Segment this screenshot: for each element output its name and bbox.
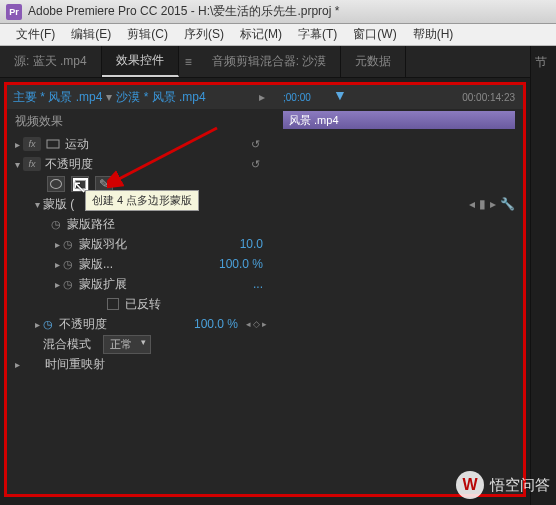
motion-label: 运动 xyxy=(65,136,251,153)
track-forward-icon[interactable]: ▸ xyxy=(490,197,496,211)
add-keyframe-icon[interactable]: ◇ xyxy=(253,319,260,329)
motion-effect-row[interactable]: ▸ fx 运动 ↺ xyxy=(7,134,275,154)
track-backward-icon[interactable]: ◂ xyxy=(469,197,475,211)
menu-marker[interactable]: 标记(M) xyxy=(232,24,290,45)
stopwatch-icon[interactable]: ◷ xyxy=(63,258,75,270)
mask-inverted-row[interactable]: 已反转 xyxy=(7,294,275,314)
right-panel-strip: 节 xyxy=(530,46,556,505)
track-frame-icon[interactable]: ▮ xyxy=(479,197,486,211)
ellipse-mask-button[interactable] xyxy=(47,176,65,192)
timeline-clip-bar[interactable]: 风景 .mp4 xyxy=(283,111,515,129)
fx-badge[interactable]: fx xyxy=(23,137,41,151)
mask-opacity-value[interactable]: 100.0 % xyxy=(219,257,263,271)
menu-help[interactable]: 帮助(H) xyxy=(405,24,462,45)
mask-path-label: 蒙版路径 xyxy=(67,216,271,233)
time-remap-label: 时间重映射 xyxy=(45,356,271,373)
watermark: W 悟空问答 xyxy=(456,471,550,499)
collapse-arrow-icon[interactable]: ▾ xyxy=(11,159,23,170)
clip-header: 主要 * 风景 .mp4 ▾ 沙漠 * 风景 .mp4 ▸ xyxy=(7,85,275,109)
opacity-effect-row[interactable]: ▾ fx 不透明度 ↺ xyxy=(7,154,275,174)
chevron-right-icon[interactable]: ▸ xyxy=(255,90,269,104)
stopwatch-icon[interactable]: ◷ xyxy=(63,278,75,290)
inverted-label: 已反转 xyxy=(125,296,271,313)
inverted-checkbox[interactable] xyxy=(107,298,119,310)
opacity-value[interactable]: 100.0 % xyxy=(194,317,238,331)
tab-metadata[interactable]: 元数据 xyxy=(341,46,406,77)
mask-feather-label: 蒙版羽化 xyxy=(79,236,240,253)
collapse-arrow-icon[interactable]: ▾ xyxy=(31,199,43,210)
chevron-down-icon[interactable]: ▾ xyxy=(102,90,116,104)
menu-window[interactable]: 窗口(W) xyxy=(345,24,404,45)
expand-arrow-icon[interactable]: ▸ xyxy=(11,139,23,150)
opacity-label: 不透明度 xyxy=(45,156,251,173)
effect-controls-panel: 主要 * 风景 .mp4 ▾ 沙漠 * 风景 .mp4 ▸ 视频效果 ▸ fx … xyxy=(7,85,275,494)
window-title: Adobe Premiere Pro CC 2015 - H:\爱生活的乐先生.… xyxy=(28,3,339,20)
tooltip: 创建 4 点多边形蒙版 xyxy=(85,190,199,211)
video-effects-label: 视频效果 xyxy=(7,109,275,134)
svg-rect-0 xyxy=(47,140,59,148)
app-icon: Pr xyxy=(6,4,22,20)
titlebar: Pr Adobe Premiere Pro CC 2015 - H:\爱生活的乐… xyxy=(0,0,556,24)
menu-title[interactable]: 字幕(T) xyxy=(290,24,345,45)
blend-mode-row[interactable]: 混合模式 正常 xyxy=(7,334,275,354)
sequence-clip-link[interactable]: 沙漠 * 风景 .mp4 xyxy=(116,89,205,106)
menu-clip[interactable]: 剪辑(C) xyxy=(119,24,176,45)
mask-expansion-label: 蒙版扩展 xyxy=(79,276,253,293)
panel-tabs: 源: 蓝天 .mp4 效果控件 ≡ 音频剪辑混合器: 沙漠 元数据 xyxy=(0,46,530,78)
wrench-icon[interactable]: 🔧 xyxy=(500,197,515,211)
next-keyframe-icon[interactable]: ▸ xyxy=(262,319,267,329)
prev-keyframe-icon[interactable]: ◂ xyxy=(246,319,251,329)
right-tab[interactable]: 节 xyxy=(531,46,556,79)
tab-audio-mixer[interactable]: 音频剪辑混合器: 沙漠 xyxy=(198,46,342,77)
stopwatch-icon[interactable]: ◷ xyxy=(51,218,63,230)
blend-mode-dropdown[interactable]: 正常 xyxy=(103,335,151,354)
time-end-label: 00:00:14:23 xyxy=(462,92,515,103)
motion-icon xyxy=(45,137,61,151)
opacity-property-row[interactable]: ▸ ◷ 不透明度 100.0 % ◂ ◇ ▸ xyxy=(7,314,275,334)
playhead-caret-icon[interactable]: ▼ xyxy=(333,87,347,103)
mask-expansion-value[interactable]: ... xyxy=(253,277,263,291)
mask-expansion-row[interactable]: ▸ ◷ 蒙版扩展 ... xyxy=(7,274,275,294)
keyframe-nav: ◂ ◇ ▸ xyxy=(246,319,267,329)
reset-icon[interactable]: ↺ xyxy=(251,158,267,171)
tab-source[interactable]: 源: 蓝天 .mp4 xyxy=(0,46,102,77)
menu-sequence[interactable]: 序列(S) xyxy=(176,24,232,45)
reset-icon[interactable]: ↺ xyxy=(251,138,267,151)
time-remap-row[interactable]: ▸ fx 时间重映射 xyxy=(7,354,275,374)
menu-edit[interactable]: 编辑(E) xyxy=(63,24,119,45)
mask-opacity-label: 蒙版... xyxy=(79,256,219,273)
expand-arrow-icon[interactable]: ▸ xyxy=(51,259,63,270)
expand-arrow-icon[interactable]: ▸ xyxy=(11,359,23,370)
expand-arrow-icon[interactable]: ▸ xyxy=(51,279,63,290)
watermark-logo-icon: W xyxy=(456,471,484,499)
mask-opacity-row[interactable]: ▸ ◷ 蒙版... 100.0 % xyxy=(7,254,275,274)
expand-arrow-icon[interactable]: ▸ xyxy=(51,239,63,250)
time-ruler[interactable]: ▼ ;00:00 00:00:14:23 xyxy=(275,85,523,109)
blend-mode-label: 混合模式 xyxy=(43,336,103,353)
tab-effect-controls[interactable]: 效果控件 xyxy=(102,46,179,77)
menubar: 文件(F) 编辑(E) 剪辑(C) 序列(S) 标记(M) 字幕(T) 窗口(W… xyxy=(0,24,556,46)
stopwatch-active-icon[interactable]: ◷ xyxy=(43,318,55,330)
mask-track-tools: ◂ ▮ ▸ 🔧 xyxy=(469,197,515,211)
menu-file[interactable]: 文件(F) xyxy=(8,24,63,45)
mask-path-row[interactable]: ◷ 蒙版路径 xyxy=(7,214,275,234)
panel-menu-icon[interactable]: ≡ xyxy=(179,46,198,77)
mask-feather-row[interactable]: ▸ ◷ 蒙版羽化 10.0 xyxy=(7,234,275,254)
mask-feather-value[interactable]: 10.0 xyxy=(240,237,263,251)
time-start-label: ;00:00 xyxy=(283,92,311,103)
watermark-text: 悟空问答 xyxy=(490,476,550,495)
expand-arrow-icon[interactable]: ▸ xyxy=(31,319,43,330)
effect-timeline: ▼ ;00:00 00:00:14:23 风景 .mp4 ◂ ▮ ▸ 🔧 xyxy=(275,85,523,494)
opacity-prop-label: 不透明度 xyxy=(59,316,194,333)
master-clip-link[interactable]: 主要 * 风景 .mp4 xyxy=(13,89,102,106)
fx-badge[interactable]: fx xyxy=(23,157,41,171)
stopwatch-icon[interactable]: ◷ xyxy=(63,238,75,250)
